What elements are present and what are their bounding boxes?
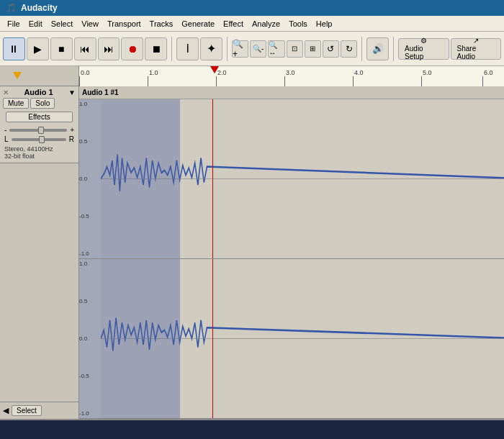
pan-knob[interactable] [39,136,45,143]
ruler-row: 0.0 1.0 2.0 3.0 4.0 5.0 6.0 [0,66,504,86]
tracks-area: ✕ Audio 1 ▼ Mute Solo Effects - [0,86,504,419]
separator3 [361,37,362,61]
track-info: Stereo, 44100Hz32-bit float [3,144,76,161]
gain-slider[interactable] [9,129,67,132]
y-axis-ch2: 1.0 0.5 0.0 -0.5 -1.0 [79,259,101,418]
menu-view[interactable]: View [77,18,103,30]
ruler-tick-1: 1.0 [148,69,158,76]
track-close-button[interactable]: ✕ [3,89,9,96]
ruler-left-panel [0,66,79,86]
select-tool[interactable]: I [176,37,199,60]
menubar: File Edit Select View Transport Tracks G… [0,16,504,32]
zoom-sel-button[interactable]: ⊡ [287,40,303,58]
volume-button[interactable]: 🔊 [366,37,389,60]
effects-button[interactable]: Effects [6,112,73,122]
track-channel-1[interactable]: 1.0 0.5 0.0 -0.5 -1.0 [79,99,504,259]
playhead-ch2 [212,259,213,418]
pan-slider[interactable] [12,138,66,141]
ruler-tick-5: 5.0 [421,69,432,76]
share-icon: ↗ [473,37,479,45]
menu-select[interactable]: Select [47,18,78,30]
separator2 [227,37,228,61]
ruler-tick-6: 6.0 [482,69,493,76]
track-waveform-col: Audio 1 #1 1.0 0.5 0.0 -0.5 -1.0 [79,86,504,419]
zoom-out-button[interactable]: 🔍- [250,40,266,58]
track-header: ✕ Audio 1 ▼ Mute Solo Effects - [0,86,78,163]
track-name: Audio 1 [24,88,53,96]
pan-left-label: L [4,135,9,143]
ruler-tick-0: 0.0 [79,69,90,76]
gain-min-label: - [4,126,6,134]
menu-help[interactable]: Help [312,18,337,30]
menu-file[interactable]: File [3,18,24,30]
right-marker [210,66,219,73]
solo-button[interactable]: Solo [30,98,55,109]
prev-button[interactable]: ⏮ [74,37,96,60]
track-channel-2[interactable]: 1.0 0.5 0.0 -0.5 -1.0 [79,259,504,419]
titlebar: 🎵 Audacity [0,0,504,16]
share-audio-button[interactable]: ↗ Share Audio [451,38,501,60]
ruler[interactable]: 0.0 1.0 2.0 3.0 4.0 5.0 6.0 [79,66,504,86]
audio-setup-label: Audio Setup [405,45,442,60]
select-button[interactable]: Select [12,405,42,416]
track-menu-arrow[interactable]: ▼ [68,89,76,96]
scroll-left-icon: ◀ [3,406,9,415]
menu-generate[interactable]: Generate [177,18,219,30]
menu-edit[interactable]: Edit [24,18,47,30]
zoom-fit-button[interactable]: 🔍↔ [268,40,284,58]
y-axis-ch1: 1.0 0.5 0.0 -0.5 -1.0 [79,99,101,258]
separator4 [393,37,394,61]
bottom-panel [0,419,504,439]
left-marker [13,72,22,79]
play-button[interactable]: ▶ [27,37,49,60]
separator1 [171,37,172,61]
audio-setup-button[interactable]: ⚙ Audio Setup [398,38,449,60]
playhead-ch1 [212,99,213,258]
track-section-label: Audio 1 #1 [79,86,504,99]
stop-button[interactable]: ■ [50,37,73,60]
track-panel: ✕ Audio 1 ▼ Mute Solo Effects - [0,86,79,419]
app-title: Audacity [21,3,58,13]
track-section-label-text: Audio 1 #1 [82,89,119,96]
gain-knob[interactable] [38,127,44,134]
select-bottom: ◀ Select [0,402,78,419]
pan-right-label: R [69,135,74,143]
app-icon: 🎵 [6,3,17,13]
toolbar: ⏸ ▶ ■ ⏮ ⏭ ⏺ ⏹ I ✦ 🔍+ 🔍- 🔍↔ ⊡ ⊞ ↺ ↻ 🔊 ⚙ A… [0,32,504,66]
share-audio-label: Share Audio [457,45,495,60]
ruler-tick-4: 4.0 [353,69,364,76]
zoom-width-button[interactable]: ⊞ [305,40,321,58]
menu-tracks[interactable]: Tracks [145,18,178,30]
content-area: 0.0 1.0 2.0 3.0 4.0 5.0 6.0 [0,66,504,419]
zoom-undo-button[interactable]: ↺ [323,40,339,58]
ruler-tick-3: 3.0 [284,69,295,76]
audio-setup-icon: ⚙ [420,37,427,45]
envelope-tool[interactable]: ✦ [200,37,222,60]
pause-button[interactable]: ⏸ [3,37,25,60]
pause2-button[interactable]: ⏹ [145,37,167,60]
zoom-redo-button[interactable]: ↻ [341,40,357,58]
mute-button[interactable]: Mute [3,98,29,109]
gain-max-label: + [70,126,74,134]
next-button[interactable]: ⏭ [98,37,120,60]
zoom-in-button[interactable]: 🔍+ [232,40,248,58]
menu-effect[interactable]: Effect [219,18,248,30]
menu-transport[interactable]: Transport [103,18,145,30]
record-button[interactable]: ⏺ [121,37,143,60]
menu-analyze[interactable]: Analyze [248,18,284,30]
menu-tools[interactable]: Tools [284,18,312,30]
